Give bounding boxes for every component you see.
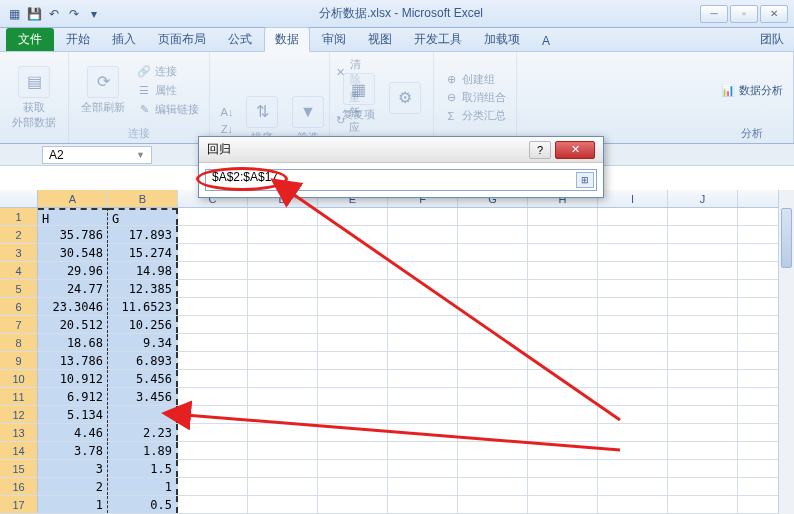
row-header[interactable]: 2: [0, 226, 38, 243]
remove-duplicates-button[interactable]: ▦复复项: [338, 71, 379, 124]
cell[interactable]: [668, 226, 738, 243]
cell[interactable]: [528, 208, 598, 225]
cell[interactable]: [388, 496, 458, 513]
data-analysis-button[interactable]: 📊数据分析: [719, 82, 785, 99]
cell[interactable]: [668, 424, 738, 441]
cell[interactable]: [668, 478, 738, 495]
cell[interactable]: [388, 478, 458, 495]
row-header[interactable]: 10: [0, 370, 38, 387]
cell[interactable]: 30.548: [38, 244, 108, 261]
cell[interactable]: 5.456: [108, 370, 178, 387]
cell[interactable]: [528, 424, 598, 441]
cell[interactable]: [248, 388, 318, 405]
cell[interactable]: 1.89: [108, 442, 178, 459]
cell[interactable]: [668, 370, 738, 387]
cell[interactable]: [528, 262, 598, 279]
col-header-i[interactable]: I: [598, 190, 668, 207]
maximize-button[interactable]: ▫: [730, 5, 758, 23]
cell[interactable]: 10.256: [108, 316, 178, 333]
cell[interactable]: [598, 370, 668, 387]
tab-pagelayout[interactable]: 页面布局: [148, 28, 216, 51]
cell[interactable]: [388, 424, 458, 441]
cell[interactable]: [178, 280, 248, 297]
scrollbar-thumb[interactable]: [781, 208, 792, 268]
row-header[interactable]: 12: [0, 406, 38, 423]
cell[interactable]: [668, 496, 738, 513]
select-all-corner[interactable]: [0, 190, 38, 207]
tab-team[interactable]: 团队: [750, 28, 794, 51]
cell[interactable]: [458, 460, 528, 477]
cell[interactable]: [388, 388, 458, 405]
cell[interactable]: [598, 316, 668, 333]
cell[interactable]: [248, 406, 318, 423]
cell[interactable]: [248, 460, 318, 477]
tab-developer[interactable]: 开发工具: [404, 28, 472, 51]
dialog-close-button[interactable]: ✕: [555, 141, 595, 159]
cell[interactable]: [668, 298, 738, 315]
cell[interactable]: 2: [38, 478, 108, 495]
cell[interactable]: [178, 442, 248, 459]
cell[interactable]: 1: [108, 478, 178, 495]
row-header[interactable]: 11: [0, 388, 38, 405]
cell[interactable]: 14.98: [108, 262, 178, 279]
tab-a[interactable]: A: [532, 31, 560, 51]
cell[interactable]: [248, 208, 318, 225]
cell[interactable]: [528, 460, 598, 477]
cell[interactable]: [668, 442, 738, 459]
cell[interactable]: [318, 460, 388, 477]
sort-asc-button[interactable]: A↓: [218, 104, 236, 120]
row-header[interactable]: 1: [0, 208, 38, 225]
sort-desc-button[interactable]: Z↓: [218, 121, 236, 137]
cell[interactable]: [318, 208, 388, 225]
cell[interactable]: [248, 226, 318, 243]
cell[interactable]: [458, 406, 528, 423]
cell[interactable]: [598, 388, 668, 405]
cell[interactable]: [598, 424, 668, 441]
cell[interactable]: [108, 406, 178, 423]
col-header-a[interactable]: A: [38, 190, 108, 207]
cell[interactable]: [178, 370, 248, 387]
cell[interactable]: [528, 244, 598, 261]
cell[interactable]: 6.912: [38, 388, 108, 405]
cell[interactable]: [528, 226, 598, 243]
cell[interactable]: [388, 316, 458, 333]
properties-button[interactable]: ☰属性: [135, 82, 201, 99]
cell[interactable]: [178, 226, 248, 243]
cell[interactable]: 12.385: [108, 280, 178, 297]
cell[interactable]: [458, 226, 528, 243]
cell[interactable]: [388, 208, 458, 225]
row-header[interactable]: 5: [0, 280, 38, 297]
cell[interactable]: [248, 370, 318, 387]
close-button[interactable]: ✕: [760, 5, 788, 23]
vertical-scrollbar[interactable]: [778, 190, 794, 514]
row-header[interactable]: 8: [0, 334, 38, 351]
cell[interactable]: [598, 244, 668, 261]
name-box[interactable]: A2 ▼: [42, 146, 152, 164]
cell[interactable]: 17.893: [108, 226, 178, 243]
row-header[interactable]: 7: [0, 316, 38, 333]
cell[interactable]: [388, 334, 458, 351]
cell[interactable]: [598, 352, 668, 369]
cell[interactable]: [178, 352, 248, 369]
tab-addins[interactable]: 加载项: [474, 28, 530, 51]
cell[interactable]: [178, 406, 248, 423]
cell[interactable]: [388, 442, 458, 459]
row-header[interactable]: 9: [0, 352, 38, 369]
cell[interactable]: [388, 298, 458, 315]
cell[interactable]: 6.893: [108, 352, 178, 369]
cell[interactable]: [318, 478, 388, 495]
collapse-dialog-icon[interactable]: ⊞: [576, 172, 594, 188]
row-header[interactable]: 3: [0, 244, 38, 261]
cell[interactable]: 0.5: [108, 496, 178, 513]
cell[interactable]: [178, 460, 248, 477]
tab-data[interactable]: 数据: [264, 27, 310, 52]
row-header[interactable]: 4: [0, 262, 38, 279]
cell[interactable]: [458, 208, 528, 225]
row-header[interactable]: 6: [0, 298, 38, 315]
undo-icon[interactable]: ↶: [46, 6, 62, 22]
cell[interactable]: G: [108, 208, 178, 225]
cell[interactable]: [668, 460, 738, 477]
cell[interactable]: [668, 280, 738, 297]
qat-dropdown-icon[interactable]: ▾: [86, 6, 102, 22]
cell[interactable]: [248, 244, 318, 261]
